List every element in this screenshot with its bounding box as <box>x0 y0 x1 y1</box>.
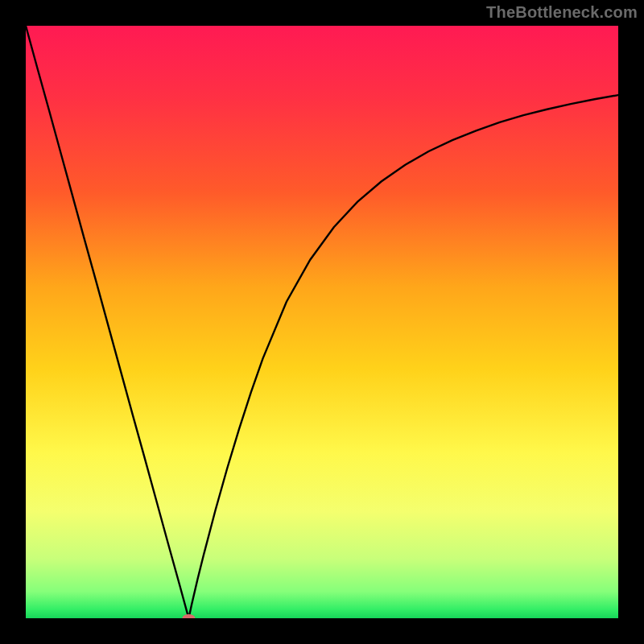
chart-svg <box>26 26 618 618</box>
attribution-text: TheBottleneck.com <box>486 3 638 22</box>
chart-frame: TheBottleneck.com <box>0 0 644 644</box>
plot-area <box>26 26 618 618</box>
